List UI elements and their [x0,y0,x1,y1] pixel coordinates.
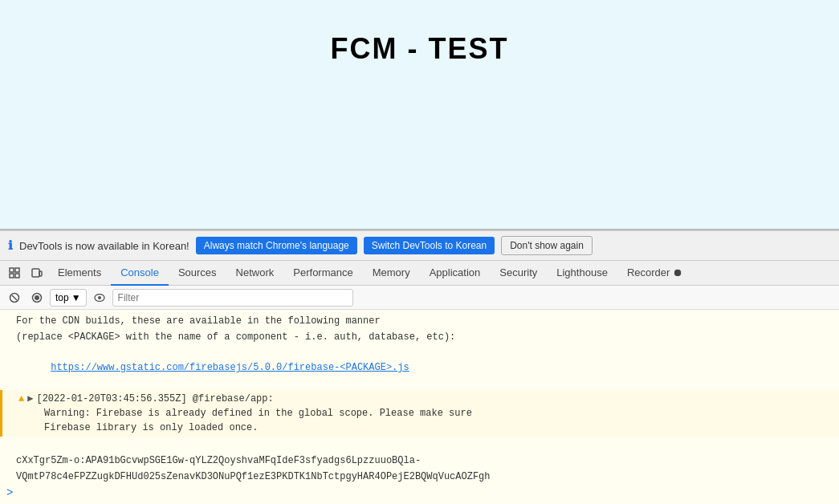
tab-memory[interactable]: Memory [363,260,420,286]
stop-recording-button[interactable] [27,288,47,307]
token-line-1: cXxTgr5Zm-o:APA91bGcvwpSGE1Gw-qYLZ2Qoysh… [0,453,839,469]
prompt-chevron-icon: > [6,486,13,499]
devtools-tab-bar: Elements Console Sources Network Perform… [0,260,839,286]
info-icon: ℹ [8,238,13,253]
switch-to-korean-button[interactable]: Switch DevTools to Korean [364,237,495,254]
console-line: (replace <PACKAGE> with the name of a co… [0,329,839,345]
token-line-2: VQmtP78c4eFPZZugkDFHUd025sZenavKD3ONuPQf… [0,469,839,485]
svg-point-11 [98,296,101,299]
warning-icon: ▲ [18,393,24,404]
context-label: top [55,292,69,303]
svg-point-9 [35,295,39,300]
inspect-element-icon[interactable] [3,262,26,284]
tab-application[interactable]: Application [420,260,491,286]
console-prompt: > [0,485,839,501]
console-toolbar: top ▼ [0,286,839,310]
tab-network[interactable]: Network [226,260,284,286]
tab-lighthouse[interactable]: Lighthouse [547,260,617,286]
svg-rect-3 [15,274,19,278]
console-output: For the CDN builds, these are available … [0,310,839,504]
clear-console-button[interactable] [5,288,24,307]
svg-rect-1 [10,274,14,278]
console-empty-line [0,437,839,453]
svg-rect-2 [15,268,19,272]
device-toolbar-icon[interactable] [26,262,48,284]
firebase-link[interactable]: https://www.gstatic.com/firebasejs/5.0.0… [51,362,409,373]
context-selector[interactable]: top ▼ [50,289,87,307]
eye-filter-button[interactable] [90,288,109,307]
expand-arrow[interactable]: ▶ [27,393,33,404]
tab-performance[interactable]: Performance [283,260,362,286]
console-line-link[interactable]: https://www.gstatic.com/firebasejs/5.0.0… [0,345,839,390]
console-line: For the CDN builds, these are available … [0,313,839,329]
tab-console[interactable]: Console [111,260,169,286]
warning-text-line1: Warning: Firebase is already defined in … [18,408,472,419]
page-content: FCM - TEST [0,0,839,229]
page-title: FCM - TEST [331,32,509,66]
devtools-panel: ℹ DevTools is now available in Korean! A… [0,229,839,504]
warning-block: ▲▶[2022-01-20T03:45:56.355Z] @firebase/a… [0,390,839,437]
warning-timestamp: [2022-01-20T03:45:56.355Z] @firebase/app… [36,393,273,404]
svg-rect-5 [39,271,42,276]
devtools-notification-bar: ℹ DevTools is now available in Korean! A… [0,230,839,260]
dont-show-again-button[interactable]: Don't show again [501,236,593,255]
svg-rect-0 [10,268,14,272]
svg-line-7 [12,295,17,300]
tab-elements[interactable]: Elements [48,260,111,286]
tab-sources[interactable]: Sources [169,260,226,286]
always-match-language-button[interactable]: Always match Chrome's language [196,237,357,254]
svg-rect-4 [32,269,39,277]
tab-security[interactable]: Security [490,260,547,286]
context-dropdown-icon: ▼ [71,292,81,303]
warning-text-line2: Firebase library is only loaded once. [18,422,258,433]
tab-recorder[interactable]: Recorder ⏺ [617,260,693,286]
notification-message: DevTools is now available in Korean! [19,240,189,252]
filter-input[interactable] [112,289,353,307]
